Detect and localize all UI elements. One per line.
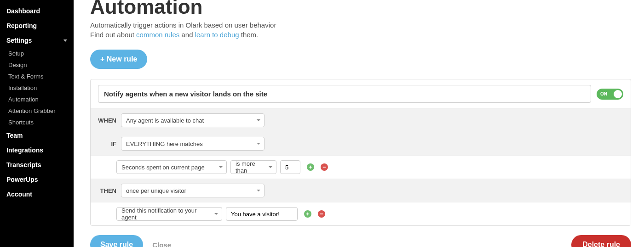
caret-down-icon [257,143,260,145]
sidebar-sub-shortcuts[interactable]: Shortcuts [0,117,74,128]
then-action-value-input[interactable] [226,207,298,221]
if-field-select[interactable]: Seconds spent on current page [116,160,227,174]
toggle-on-label: ON [600,91,607,96]
sidebar-item-account[interactable]: Account [0,187,74,202]
rule-header: ON [91,79,631,108]
sidebar-sub-attention-grabber[interactable]: Attention Grabber [0,105,74,117]
sidebar-sub-text-forms[interactable]: Text & Forms [0,71,74,82]
sidebar-sub-design[interactable]: Design [0,59,74,71]
when-row: WHEN Any agent is available to chat [91,108,631,132]
caret-down-icon [269,166,272,168]
page-subtitle: Automatically trigger actions in Olark b… [90,20,631,39]
rule-title-input[interactable] [98,85,591,103]
remove-action-button[interactable] [318,210,325,218]
page-title: Automation [90,0,631,18]
if-row: IF EVERYTHING here matches [91,132,631,155]
caret-down-icon [214,213,218,215]
when-select[interactable]: Any agent is available to chat [121,113,264,127]
main-content: Automation Automatically trigger actions… [74,0,644,247]
rule-panel: ON WHEN Any agent is available to chat I… [90,79,631,226]
caret-down-icon [257,190,260,191]
close-button[interactable]: Close [152,241,171,247]
toggle-knob [614,90,622,98]
then-action-row: Send this notification to your agent [91,202,631,225]
save-rule-button[interactable]: Save rule [90,235,143,247]
sidebar-item-transcripts[interactable]: Transcripts [0,157,74,172]
sidebar-sub-installation[interactable]: Installation [0,82,74,94]
sidebar-sub-automation[interactable]: Automation [0,94,74,105]
sidebar-item-reporting[interactable]: Reporting [0,18,74,33]
link-learn-debug[interactable]: learn to debug [195,31,239,39]
chevron-down-icon [63,39,67,42]
add-condition-button[interactable] [307,163,314,171]
delete-rule-button[interactable]: Delete rule [571,235,631,247]
then-frequency-select[interactable]: once per unique visitor [121,184,264,197]
sidebar: Dashboard Reporting Settings Setup Desig… [0,0,74,247]
sidebar-item-settings[interactable]: Settings [0,33,74,48]
new-rule-button[interactable]: + New rule [90,50,147,69]
sidebar-item-team[interactable]: Team [0,128,74,143]
caret-down-icon [257,119,260,121]
sidebar-sub-setup[interactable]: Setup [0,48,74,59]
if-match-select[interactable]: EVERYTHING here matches [121,137,264,151]
actions-bar: Save rule Close Delete rule [90,235,631,247]
if-condition-row: Seconds spent on current page is more th… [91,155,631,179]
caret-down-icon [219,166,223,168]
if-operator-select[interactable]: is more than [230,160,276,174]
then-label: THEN [95,187,121,194]
link-common-rules[interactable]: common rules [136,31,179,39]
then-action-type-select[interactable]: Send this notification to your agent [116,207,222,221]
rule-enabled-toggle[interactable]: ON [597,89,623,100]
remove-condition-button[interactable] [321,163,328,171]
sidebar-item-integrations[interactable]: Integrations [0,143,74,157]
when-label: WHEN [95,117,121,124]
if-label: IF [95,140,121,147]
sidebar-item-powerups[interactable]: PowerUps [0,172,74,187]
sidebar-item-dashboard[interactable]: Dashboard [0,4,74,18]
add-action-button[interactable] [304,210,311,218]
then-row: THEN once per unique visitor [91,179,631,202]
if-value-input[interactable] [280,160,300,174]
